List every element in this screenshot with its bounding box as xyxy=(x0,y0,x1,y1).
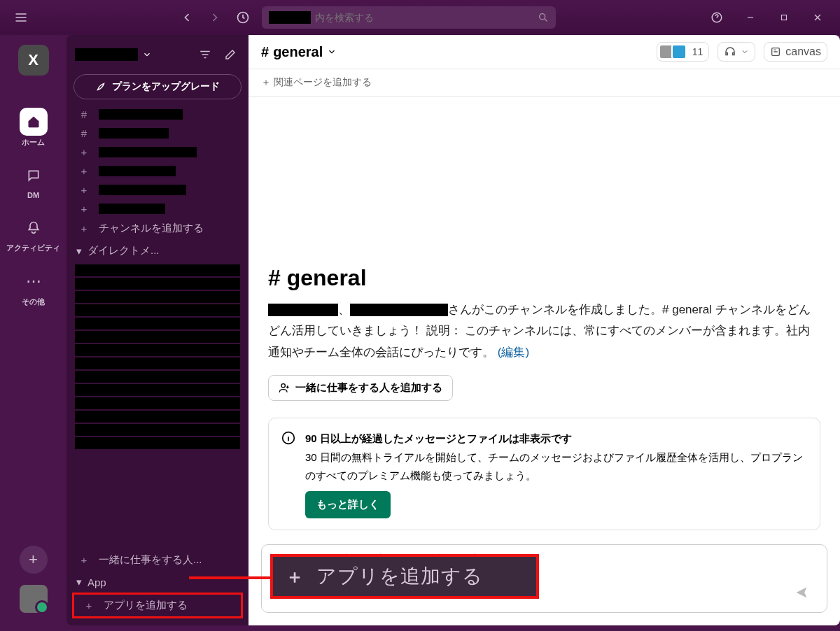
workspace-name[interactable] xyxy=(75,48,152,61)
rocket-icon xyxy=(95,81,106,92)
sidebar: プランをアップグレード # # + + + + +チャンネルを追加する ▾ ダイ… xyxy=(66,35,248,625)
canvas-icon xyxy=(770,46,781,57)
channel-description: 、さんがこのチャンネルを作成しました。# general チャンネルをどんどん活… xyxy=(268,299,820,364)
channel-item[interactable]: + xyxy=(66,199,248,218)
nav-back[interactable] xyxy=(175,6,199,29)
add-people-button[interactable]: 一緒に仕事をする人を追加する xyxy=(268,375,453,401)
plus-icon: ＋ xyxy=(286,565,304,589)
add-apps-highlighted[interactable]: +アプリを追加する xyxy=(72,593,243,618)
add-coworkers[interactable]: +一緒に仕事をする人... xyxy=(66,550,248,570)
add-bookmark[interactable]: ＋ 関連ページを追加する xyxy=(248,69,840,97)
channel-heading: # general xyxy=(268,265,820,291)
channel-item[interactable]: # xyxy=(66,124,248,143)
channel-item[interactable]: # xyxy=(66,105,248,124)
plus-icon: ＋ xyxy=(261,76,271,87)
learn-more-button[interactable]: もっと詳しく xyxy=(305,491,391,518)
upgrade-button[interactable]: プランをアップグレード xyxy=(74,74,241,99)
rail-create[interactable]: + xyxy=(20,546,48,574)
annotation-connector xyxy=(189,576,273,579)
caret-icon: ▾ xyxy=(76,576,82,588)
search-bar[interactable] xyxy=(262,6,556,29)
huddle-button[interactable] xyxy=(718,42,755,62)
member-count[interactable]: 11 xyxy=(657,42,710,62)
channel-item[interactable]: + xyxy=(66,162,248,180)
history-icon[interactable] xyxy=(231,6,255,29)
svg-point-1 xyxy=(540,14,545,20)
channel-item[interactable]: + xyxy=(66,143,248,162)
rail-more[interactable]: ⋯ その他 xyxy=(0,262,66,313)
annotation-callout: ＋ アプリを追加する xyxy=(270,554,539,599)
window-maximize[interactable] xyxy=(769,3,799,31)
rail-activity[interactable]: アクティビティ xyxy=(0,208,66,259)
window-close[interactable] xyxy=(802,3,833,31)
chevron-down-icon xyxy=(142,50,152,59)
edit-link[interactable]: (編集) xyxy=(498,346,529,359)
chevron-down-icon xyxy=(327,47,337,57)
filter-icon[interactable] xyxy=(195,45,215,64)
app-section-header[interactable]: ▾ App xyxy=(66,570,248,591)
hash-icon: # xyxy=(261,44,269,60)
chevron-down-icon xyxy=(741,48,749,56)
dm-list xyxy=(75,263,240,451)
dm-section-header[interactable]: ▾ ダイレクトメ... xyxy=(66,239,248,260)
help-icon[interactable] xyxy=(701,3,732,31)
content-pane: # general 11 canvas xyxy=(248,35,840,625)
avatar-icon xyxy=(671,44,687,59)
nav-forward[interactable] xyxy=(203,6,227,29)
window-minimize[interactable] xyxy=(735,3,766,31)
hamburger-menu[interactable] xyxy=(7,3,35,31)
workspace-switcher[interactable]: X xyxy=(18,45,49,76)
send-button[interactable] xyxy=(785,586,818,600)
trial-info-box: 90 日以上が経過したメッセージとファイルは非表示です 30 日間の無料トライア… xyxy=(268,418,820,531)
search-icon xyxy=(538,12,549,23)
channel-title[interactable]: # general xyxy=(261,44,337,60)
headphones-icon xyxy=(724,45,736,58)
compose-icon[interactable] xyxy=(220,45,240,64)
canvas-button[interactable]: canvas xyxy=(764,42,827,62)
title-bar xyxy=(0,0,840,35)
caret-icon: ▾ xyxy=(76,245,82,257)
rail-home[interactable]: ホーム xyxy=(0,102,66,153)
search-input[interactable] xyxy=(315,12,549,23)
svg-rect-3 xyxy=(782,15,787,20)
rail-dm[interactable]: DM xyxy=(0,156,66,205)
info-icon xyxy=(281,431,295,445)
svg-point-5 xyxy=(281,384,285,388)
user-avatar[interactable] xyxy=(20,585,48,613)
add-channel[interactable]: +チャンネルを追加する xyxy=(66,218,248,239)
person-add-icon xyxy=(279,382,290,393)
channel-item[interactable]: + xyxy=(66,180,248,199)
redacted-workspace xyxy=(269,11,311,24)
nav-rail: X ホーム DM アクティビティ ⋯ その他 + xyxy=(0,35,66,625)
